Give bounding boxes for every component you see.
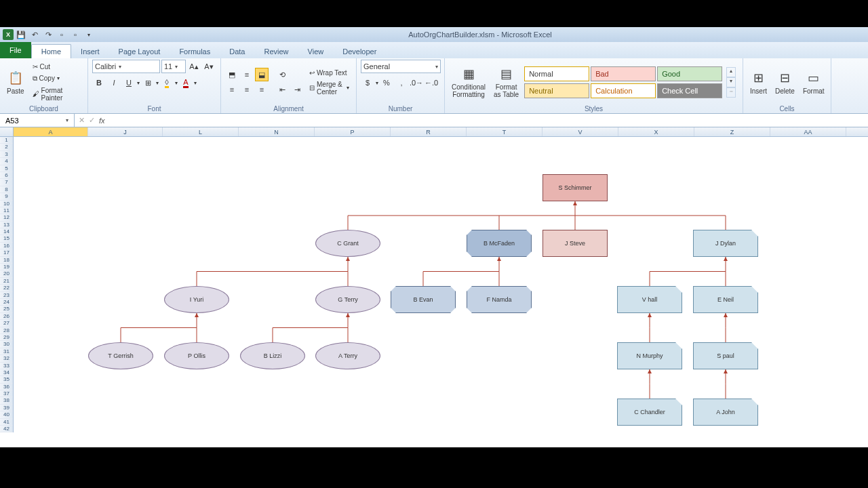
save-icon[interactable]: 💾 [15,28,27,41]
delete-cells-button[interactable]: ⊟Delete [772,68,797,96]
org-node[interactable]: I Yuri [164,286,229,313]
fill-color-button[interactable]: ◊ [160,76,174,89]
wrap-text-button[interactable]: ↩Wrap Text [307,68,352,78]
cell-style-good[interactable]: Good [657,66,722,81]
row-header[interactable]: 38 [0,397,13,404]
row-header[interactable]: 18 [0,257,13,264]
row-header[interactable]: 4 [0,158,13,165]
style-scroll-up-icon[interactable]: ▴ [726,67,736,77]
name-box[interactable]: A53▾ [0,114,75,127]
org-node[interactable]: T Gerrish [88,342,153,369]
row-header[interactable]: 30 [0,341,13,348]
cut-button[interactable]: ✂Cut [30,62,83,72]
row-header[interactable]: 15 [0,235,13,242]
org-node[interactable]: E Neil [693,286,758,313]
redo-icon[interactable]: ↷ [42,28,54,41]
font-name-combo[interactable]: Calibri▾ [92,60,160,73]
column-header[interactable]: AA [770,127,846,136]
org-node[interactable]: J Steve [542,230,608,257]
row-header[interactable]: 16 [0,243,13,249]
row-header[interactable]: 27 [0,320,13,327]
org-node[interactable]: S paul [693,342,758,369]
orientation-button[interactable]: ⟲ [275,68,289,81]
paste-button[interactable]: 📋 Paste [4,68,27,96]
undo-icon[interactable]: ↶ [28,28,41,41]
row-header[interactable]: 24 [0,299,13,306]
column-header[interactable]: L [163,127,239,136]
column-header[interactable]: N [239,127,315,136]
cell-style-neutral[interactable]: Neutral [524,83,589,98]
align-middle-button[interactable]: ≡ [240,68,254,81]
border-button[interactable]: ⊞ [141,76,155,89]
cell-style-check-cell[interactable]: Check Cell [657,83,722,98]
row-header[interactable]: 3 [0,151,13,158]
font-color-button[interactable]: A [179,76,193,89]
cell-style-bad[interactable]: Bad [591,66,656,81]
row-header[interactable]: 35 [0,376,13,383]
org-node[interactable]: F Namda [467,286,532,313]
row-header[interactable]: 17 [0,249,13,256]
column-header[interactable]: R [391,127,467,136]
row-header[interactable]: 34 [0,369,13,376]
org-node[interactable]: C Chandler [617,399,682,426]
org-node[interactable]: A Terry [315,342,380,369]
row-header[interactable]: 8 [0,186,13,193]
cancel-icon[interactable]: ✕ [79,116,85,125]
tab-home[interactable]: Home [31,44,71,58]
row-header[interactable]: 32 [0,355,13,362]
row-header[interactable]: 5 [0,165,13,172]
org-node[interactable]: J Dylan [693,230,758,257]
row-header[interactable]: 13 [0,222,13,228]
tab-page-layout[interactable]: Page Layout [109,45,170,58]
style-scroll-down-icon[interactable]: ▾ [726,77,736,87]
row-header[interactable]: 22 [0,285,13,291]
format-cells-button[interactable]: ▭Format [800,68,827,96]
row-header[interactable]: 40 [0,411,13,418]
select-all-corner[interactable] [0,127,14,136]
row-header[interactable]: 36 [0,384,13,390]
conditional-formatting-button[interactable]: ▦ Conditional Formatting [449,64,488,100]
org-node[interactable]: B Lizzi [240,342,305,369]
row-header[interactable]: 9 [0,193,13,200]
increase-indent-button[interactable]: ⇥ [290,83,304,96]
org-node[interactable]: V hall [617,286,682,313]
row-header[interactable]: 21 [0,278,13,285]
tab-review[interactable]: Review [254,45,298,58]
org-node[interactable]: C Grant [315,230,380,257]
row-header[interactable]: 1 [0,137,13,144]
column-header[interactable]: Z [694,127,770,136]
tab-formulas[interactable]: Formulas [170,45,220,58]
org-node[interactable]: G Terry [315,286,380,313]
cell-style-normal[interactable]: Normal [524,66,589,81]
org-node[interactable]: P Ollis [164,342,229,369]
row-header[interactable]: 28 [0,327,13,334]
accounting-button[interactable]: $ [361,76,374,89]
row-header[interactable]: 19 [0,264,13,270]
row-header[interactable]: 10 [0,201,13,207]
style-gallery-more-icon[interactable]: ⎓ [726,87,736,98]
format-as-table-button[interactable]: ▤ Format as Table [491,64,521,100]
tab-view[interactable]: View [298,45,334,58]
align-top-button[interactable]: ⬒ [225,68,239,81]
align-center-button[interactable]: ≡ [240,83,254,96]
row-header[interactable]: 2 [0,144,13,150]
row-header[interactable]: 20 [0,270,13,277]
bold-button[interactable]: B [92,76,106,89]
row-header[interactable]: 7 [0,179,13,186]
qat-btn[interactable]: ▫ [69,28,81,41]
row-header[interactable]: 37 [0,390,13,397]
row-header[interactable]: 42 [0,426,13,432]
decrease-indent-button[interactable]: ⇤ [275,83,289,96]
format-painter-button[interactable]: 🖌Format Painter [30,85,83,103]
align-left-button[interactable]: ≡ [225,83,239,96]
row-header[interactable]: 26 [0,313,13,320]
italic-button[interactable]: I [107,76,121,89]
merge-center-button[interactable]: ⊟Merge & Center▾ [307,79,352,97]
org-node[interactable]: A John [693,399,758,426]
org-node[interactable]: B Evan [391,286,456,313]
increase-decimal-button[interactable]: .0→ [410,76,423,89]
qat-dropdown-icon[interactable]: ▾ [83,28,95,41]
percent-button[interactable]: % [380,76,393,89]
column-header[interactable]: P [315,127,391,136]
comma-button[interactable]: , [395,76,408,89]
